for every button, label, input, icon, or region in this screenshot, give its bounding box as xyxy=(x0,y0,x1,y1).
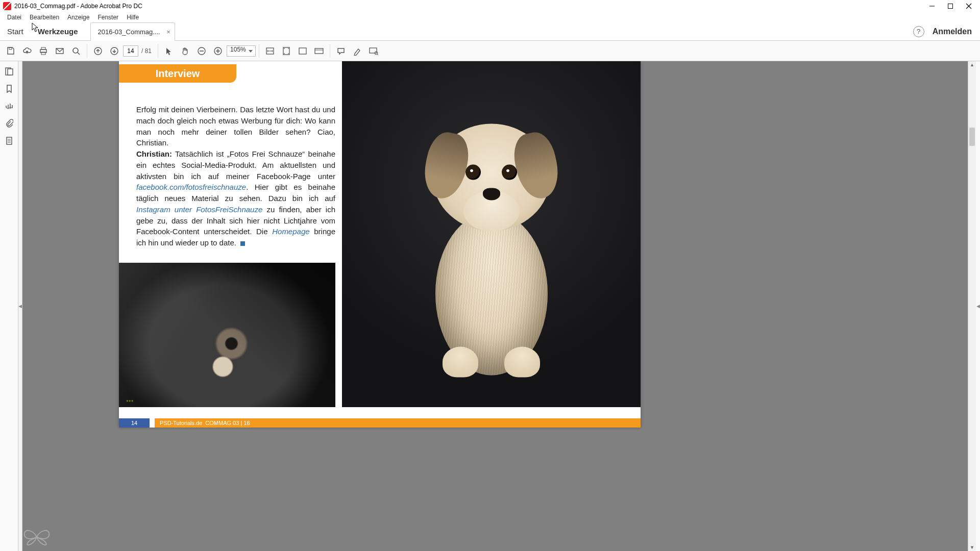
highlight-icon[interactable] xyxy=(350,43,365,59)
menu-datei[interactable]: Datei xyxy=(3,13,26,22)
page-footer: 14 PSD-Tutorials.de COMMAG 03 | 16 xyxy=(119,418,641,428)
svg-rect-21 xyxy=(315,48,323,54)
search-icon[interactable] xyxy=(68,43,84,59)
left-sidebar xyxy=(0,61,18,551)
tab-document-label: 2016-03_Commag.... xyxy=(98,28,160,36)
tabs-row: Start Werkzeuge 2016-03_Commag.... × ? A… xyxy=(0,22,980,41)
document-viewer[interactable]: Interview Erfolg mit deinen Vierbeinern.… xyxy=(22,61,968,551)
footer-page-number: 14 xyxy=(119,418,150,428)
link-instagram[interactable]: Instagram unter FotosFreiSchnauze xyxy=(136,205,262,214)
thumbnails-icon[interactable] xyxy=(4,66,14,77)
footer-issue: COMMAG 03 | 16 xyxy=(205,420,250,426)
menu-fenster[interactable]: Fenster xyxy=(93,13,122,22)
menu-bearbeiten[interactable]: Bearbeiten xyxy=(26,13,63,22)
print-icon[interactable] xyxy=(36,43,51,59)
select-arrow-icon[interactable] xyxy=(161,43,177,59)
scroll-down-icon[interactable]: ▼ xyxy=(968,545,976,550)
butterfly-watermark-icon xyxy=(22,523,51,548)
fit-page-icon[interactable] xyxy=(279,43,294,59)
tab-close-icon[interactable]: × xyxy=(166,28,170,36)
left-collapse-handle[interactable]: ◀ xyxy=(18,61,22,551)
section-banner: Interview xyxy=(119,64,236,83)
photo-shihtzu xyxy=(342,61,641,407)
svg-line-25 xyxy=(377,54,378,55)
pdf-page: Interview Erfolg mit deinen Vierbeinern.… xyxy=(119,61,641,428)
attachment-icon[interactable] xyxy=(4,118,14,129)
zoom-value: 105% xyxy=(230,46,246,53)
svg-rect-23 xyxy=(370,48,377,53)
tab-start[interactable]: Start xyxy=(0,22,31,40)
svg-rect-27 xyxy=(8,69,13,75)
answer-name: Christian: xyxy=(136,149,172,158)
comment-icon[interactable] xyxy=(333,43,349,59)
page-up-icon[interactable] xyxy=(90,43,106,59)
fit-width-icon[interactable] xyxy=(262,43,278,59)
scroll-up-icon[interactable]: ▲ xyxy=(968,62,976,67)
toolbar: / 81 105% xyxy=(0,41,980,61)
svg-rect-1 xyxy=(948,4,953,9)
question-text: Erfolg mit deinen Vierbeinern. Das letzt… xyxy=(136,105,335,147)
end-square-icon xyxy=(240,241,245,246)
app-icon xyxy=(3,2,11,10)
zoom-out-icon[interactable] xyxy=(194,43,209,59)
close-button[interactable] xyxy=(960,1,978,12)
sign-icon[interactable] xyxy=(366,43,381,59)
save-icon[interactable] xyxy=(3,43,18,59)
help-icon[interactable]: ? xyxy=(913,26,924,37)
link-homepage[interactable]: Homepage xyxy=(272,227,309,236)
pages-icon[interactable] xyxy=(4,136,14,146)
mail-icon[interactable] xyxy=(52,43,67,59)
page-total-label: / 81 xyxy=(141,47,152,55)
tab-werkzeuge[interactable]: Werkzeuge xyxy=(31,22,85,40)
footer-site: PSD-Tutorials.de xyxy=(160,420,202,426)
page-down-icon[interactable] xyxy=(107,43,122,59)
signin-link[interactable]: Anmelden xyxy=(933,27,972,36)
bookmark-icon[interactable] xyxy=(4,84,14,94)
photo-pug-hood: ●●● xyxy=(119,263,335,407)
link-facebook[interactable]: facebook.com/fotosfreischnauze xyxy=(136,183,246,191)
menubar: Datei Bearbeiten Anzeige Fenster Hilfe xyxy=(0,12,980,22)
layers-icon[interactable] xyxy=(4,101,14,111)
svg-line-10 xyxy=(78,53,80,55)
tab-document[interactable]: 2016-03_Commag.... × xyxy=(90,22,175,41)
article-body: Erfolg mit deinen Vierbeinern. Das letzt… xyxy=(136,104,335,248)
maximize-button[interactable] xyxy=(941,1,960,12)
main-area: ◀ Interview Erfolg mit deinen Vierbeiner… xyxy=(0,61,980,551)
minimize-button[interactable] xyxy=(923,1,941,12)
window-controls xyxy=(923,1,978,12)
page-number-input[interactable] xyxy=(123,45,138,57)
zoom-in-icon[interactable] xyxy=(210,43,226,59)
svg-rect-20 xyxy=(299,48,306,54)
zoom-select[interactable]: 105% xyxy=(227,45,256,57)
menu-hilfe[interactable]: Hilfe xyxy=(122,13,143,22)
read-mode-icon[interactable] xyxy=(311,43,327,59)
right-collapse-handle[interactable]: ◀ xyxy=(976,61,980,551)
menu-anzeige[interactable]: Anzeige xyxy=(63,13,93,22)
window-title: 2016-03_Commag.pdf - Adobe Acrobat Pro D… xyxy=(14,3,142,10)
scroll-thumb[interactable] xyxy=(969,128,975,146)
hand-icon[interactable] xyxy=(178,43,193,59)
fullscreen-icon[interactable] xyxy=(295,43,310,59)
vertical-scrollbar[interactable]: ▲ ▼ xyxy=(968,61,976,551)
titlebar: 2016-03_Commag.pdf - Adobe Acrobat Pro D… xyxy=(0,0,980,12)
cloud-icon[interactable] xyxy=(19,43,35,59)
svg-point-9 xyxy=(73,48,78,53)
